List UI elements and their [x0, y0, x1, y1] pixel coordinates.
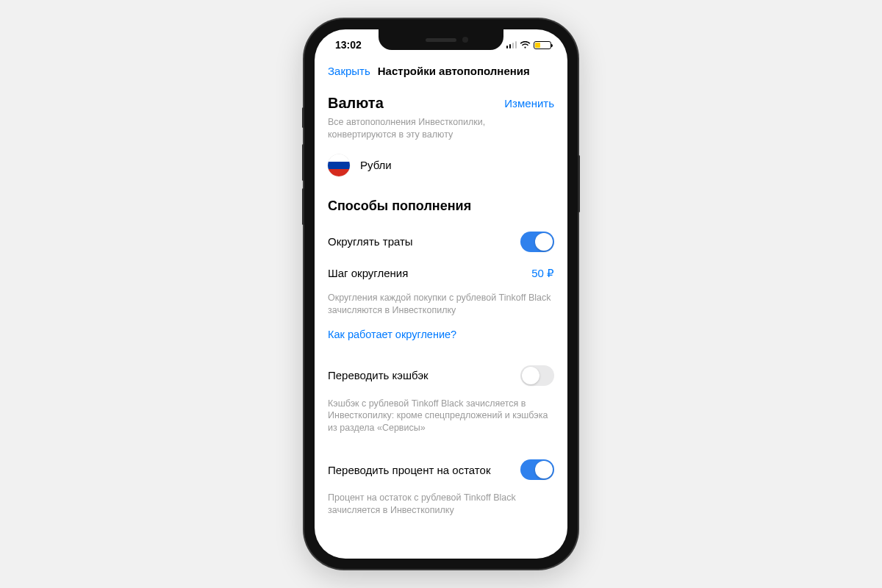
rounding-step-value: 50 ₽	[531, 267, 554, 280]
notch	[379, 29, 503, 50]
page-title: Настройки автопополнения	[378, 65, 530, 77]
rounding-step-row[interactable]: Шаг округления 50 ₽	[328, 259, 554, 287]
wifi-icon	[520, 41, 531, 49]
rounding-help-link[interactable]: Как работает округление?	[328, 329, 554, 340]
close-button[interactable]: Закрыть	[328, 65, 370, 77]
cashback-label: Переводить кэшбэк	[328, 369, 429, 381]
phone-frame: 13:02 Закрыть Настройки автопополнения В…	[304, 19, 578, 569]
interest-label: Переводить процент на остаток	[328, 464, 490, 476]
rounding-label: Округлять траты	[328, 235, 413, 248]
currency-description: Все автопополнения Инвесткопилки, конвер…	[328, 116, 554, 141]
volume-down-button	[302, 188, 304, 225]
volume-up-button	[302, 144, 304, 181]
cashback-description: Кэшбэк с рублевой Tinkoff Black зачисляе…	[328, 398, 554, 435]
cashback-toggle[interactable]	[520, 365, 554, 386]
power-button	[578, 155, 580, 212]
currency-row[interactable]: Рубли	[328, 154, 554, 176]
battery-icon	[534, 41, 551, 49]
currency-section-title: Валюта	[328, 95, 384, 112]
content: Валюта Изменить Все автопополнения Инвес…	[315, 85, 567, 555]
status-time: 13:02	[335, 39, 362, 51]
rounding-toggle-row: Округлять траты	[328, 224, 554, 259]
status-icons	[506, 41, 552, 49]
screen: 13:02 Закрыть Настройки автопополнения В…	[315, 29, 567, 559]
mute-switch	[302, 107, 304, 128]
rounding-step-label: Шаг округления	[328, 267, 408, 279]
interest-description: Процент на остаток с рублевой Tinkoff Bl…	[328, 492, 554, 517]
edit-currency-button[interactable]: Изменить	[504, 97, 554, 110]
interest-toggle-row: Переводить процент на остаток	[328, 452, 554, 487]
signal-icon	[506, 41, 517, 49]
flag-russia-icon	[328, 154, 350, 176]
cashback-toggle-row: Переводить кэшбэк	[328, 358, 554, 393]
interest-toggle[interactable]	[520, 459, 554, 480]
rounding-toggle[interactable]	[520, 232, 554, 252]
methods-section-title: Способы пополнения	[328, 198, 554, 214]
nav-bar: Закрыть Настройки автопополнения	[315, 60, 567, 85]
currency-name: Рубли	[360, 159, 392, 171]
rounding-description: Округления каждой покупки с рублевой Tin…	[328, 292, 554, 317]
